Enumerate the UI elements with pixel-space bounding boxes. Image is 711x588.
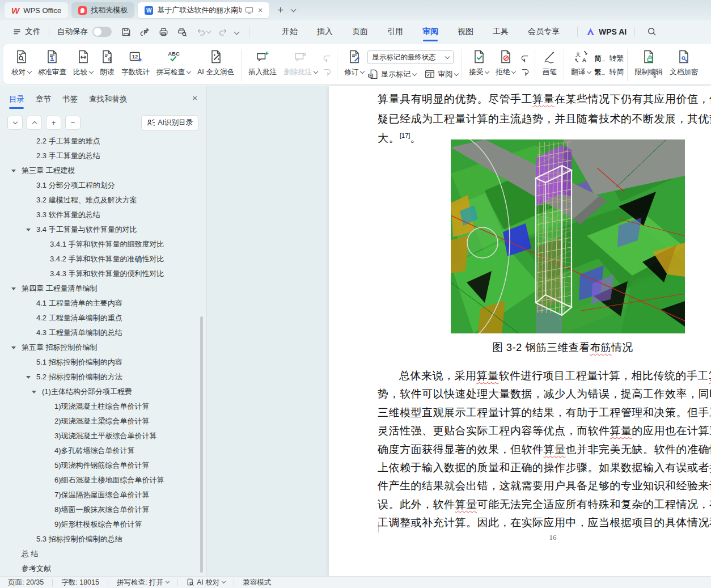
toc-zoom-out-button[interactable]: − bbox=[65, 116, 81, 130]
document-page[interactable]: 16 算量具有明显的优势。尽管手工算量在某些情况下仍有其应用价值，但软件算量无疑… bbox=[329, 86, 711, 576]
toc-expand-arrow-icon[interactable] bbox=[26, 376, 31, 379]
menu-tab-会员专享[interactable]: 会员专享 bbox=[518, 20, 569, 43]
export-pdf-button[interactable]: P bbox=[139, 27, 150, 37]
doc-paragraph-line[interactable]: 疑已经成为工程量计算的主流趋势，并且随着技术的不断发展，其优势将进一步扩 bbox=[378, 112, 711, 126]
previous-change-icon[interactable] bbox=[520, 54, 530, 62]
toc-item[interactable]: 3.4 手工算量与软件算量的对比 bbox=[0, 222, 202, 237]
to-traditional-button[interactable]: 简→ 转繁 bbox=[594, 53, 624, 64]
dialog-launcher-icon[interactable] bbox=[651, 70, 657, 81]
to-simplified-button[interactable]: 繁→ 转简 bbox=[594, 67, 624, 77]
menu-tab-视图[interactable]: 视图 bbox=[448, 20, 483, 43]
close-tab-icon[interactable]: × bbox=[258, 6, 263, 15]
print-preview-button[interactable] bbox=[177, 27, 188, 37]
doc-paragraph-line[interactable]: 确度方面获得显著的效果，但软件算量也并非完美无缺。软件的准确性在很大程度 bbox=[378, 442, 711, 457]
status-word-count[interactable]: 字数: 18015 bbox=[61, 578, 99, 587]
toc-item[interactable]: 2.2 手工算量的难点 bbox=[0, 135, 202, 149]
toc-item[interactable]: 3.3 软件算量的总结 bbox=[0, 208, 202, 222]
toc-item[interactable]: 4.2 工程量清单编制的重点 bbox=[0, 311, 202, 325]
toc-item[interactable]: 4)多孔砖墙综合单价计算 bbox=[0, 443, 202, 458]
toc-expand-arrow-icon[interactable] bbox=[26, 229, 31, 231]
toc-item[interactable]: 5)现浇构件钢筋综合单价计算 bbox=[0, 458, 202, 473]
doc-paragraph-line[interactable]: 三维模型直观展示工程量计算的结果，有助于工程管理和决策。但手工算量也有着 bbox=[378, 405, 711, 420]
toc-item[interactable]: 8)墙面一般抹灰综合单价计算 bbox=[0, 502, 202, 517]
status-ai-proofread[interactable]: AI 校对 bbox=[187, 578, 225, 587]
toc-zoom-in-button[interactable]: + bbox=[46, 116, 61, 130]
wps-ai-button[interactable]: WPS AI bbox=[586, 27, 627, 37]
toc-item[interactable]: 2.3 手工算量的总结 bbox=[0, 149, 202, 163]
file-menu-button[interactable]: 文件 bbox=[12, 27, 41, 37]
toc-panel-tab-书签[interactable]: 书签 bbox=[62, 91, 78, 109]
ink-brush-button[interactable]: 画笔 bbox=[539, 48, 560, 79]
search-button[interactable] bbox=[647, 27, 657, 37]
menu-tab-页面[interactable]: 页面 bbox=[342, 20, 378, 43]
toc-item[interactable]: 3.4.2 手算和软件算量的准确性对比 bbox=[0, 252, 202, 266]
toc-item[interactable]: 第三章 工程建模 bbox=[0, 163, 202, 178]
new-tab-icon[interactable]: + bbox=[277, 4, 283, 16]
status-page-indicator[interactable]: 页面: 20/35 bbox=[8, 578, 44, 587]
doc-paragraph-line[interactable]: 上依赖于输入数据的质量和正确的操作步骤。如果数据输入有误或者操作不当，软 bbox=[378, 460, 711, 475]
ai-recognize-toc-button[interactable]: AI识别目录 bbox=[141, 115, 198, 130]
toc-expand-arrow-icon[interactable] bbox=[11, 346, 16, 349]
toc-scrollbar[interactable] bbox=[200, 316, 203, 573]
track-changes-button[interactable]: 修订 bbox=[341, 48, 367, 79]
proofread-button[interactable]: 校对 bbox=[8, 48, 35, 79]
compare-button[interactable]: 比较 bbox=[70, 48, 96, 79]
tab-wps-home[interactable]: W WPS Office bbox=[5, 2, 68, 18]
doc-paragraph-line[interactable]: 大。[17]。 bbox=[378, 131, 421, 146]
toc-panel-tab-章节[interactable]: 章节 bbox=[36, 91, 51, 109]
toc-collapse-all-button[interactable] bbox=[27, 116, 42, 130]
menu-tab-开始[interactable]: 开始 bbox=[272, 20, 307, 43]
standard-review-button[interactable]: 标准审查 bbox=[35, 48, 70, 79]
screen-share-icon[interactable] bbox=[245, 7, 253, 14]
tab-docer-templates[interactable]: 找稻壳模板 bbox=[71, 2, 134, 18]
toc-item[interactable]: 3)现浇混凝土平板综合单价计算 bbox=[0, 429, 202, 443]
next-change-icon[interactable] bbox=[520, 68, 530, 76]
menu-tab-审阅[interactable]: 审阅 bbox=[413, 20, 448, 43]
read-aloud-button[interactable]: 朗读 bbox=[96, 48, 118, 79]
toc-item[interactable]: 5.1 招标控制价编制的内容 bbox=[0, 355, 202, 370]
insert-comment-button[interactable]: 插入批注 bbox=[245, 48, 280, 79]
doc-paragraph-line[interactable]: 算量具有明显的优势。尽管手工算量在某些情况下仍有其应用价值，但软件算量无 bbox=[378, 92, 711, 107]
toc-expand-arrow-icon[interactable] bbox=[32, 391, 36, 394]
toc-item[interactable]: 3.1 分部分项工程的划分 bbox=[0, 178, 202, 193]
toc-expand-all-button[interactable] bbox=[7, 116, 23, 130]
toc-item[interactable]: 总 结 bbox=[0, 547, 202, 561]
close-panel-icon[interactable]: × bbox=[192, 93, 197, 103]
toc-item[interactable]: 参考文献 bbox=[0, 561, 202, 576]
figure-3d-rebar-view[interactable] bbox=[451, 139, 685, 333]
toc-item[interactable]: 9)矩形柱模板综合单价计算 bbox=[0, 517, 202, 532]
show-markup-button[interactable]: 显示标记 bbox=[367, 69, 416, 80]
toc-panel-tab-查找和替换[interactable]: 查找和替换 bbox=[89, 91, 128, 109]
restrict-editing-button[interactable]: 限制编辑 bbox=[631, 48, 666, 79]
toc-item[interactable]: 1)现浇混凝土柱综合单价计算 bbox=[0, 399, 202, 414]
translate-button[interactable]: 文A 翻译 bbox=[568, 48, 594, 79]
toolbar-options-chevron-icon[interactable] bbox=[234, 29, 240, 35]
doc-paragraph-line[interactable]: 势，软件可以快速处理大量数据，减少人为错误，提高工作效率，同时还能够通过 bbox=[378, 387, 711, 401]
toc-item[interactable]: 3.4.3 手算和软件算量的便利性对比 bbox=[0, 266, 202, 281]
doc-paragraph-line[interactable]: 灵活性强、更贴合实际工程内容等优点，而软件算量的应用也在计算速度和计算准 bbox=[378, 424, 711, 438]
doc-paragraph-line[interactable]: 总体来说，采用算量软件进行项目工程量计算，相比传统的手工算量更具有优 bbox=[378, 369, 711, 383]
doc-paragraph-line[interactable]: 工调整或补充计算。因此，在实际应用中，应当根据项目的具体情况和特点，合理 bbox=[378, 515, 711, 530]
toc-item[interactable]: 3.2 建模过程、难点及解决方案 bbox=[0, 193, 202, 208]
doc-paragraph-line[interactable]: 误。此外，软件算量可能无法完全适应所有特殊和复杂的工程情况，有时仍需要手 bbox=[378, 497, 711, 512]
spell-check-button[interactable]: ABC 拼写检查 bbox=[153, 48, 194, 79]
autosave-toggle[interactable] bbox=[92, 27, 112, 37]
status-compat-mode[interactable]: 兼容模式 bbox=[243, 578, 271, 587]
menu-tab-工具[interactable]: 工具 bbox=[483, 20, 518, 43]
menu-tab-插入[interactable]: 插入 bbox=[307, 20, 342, 43]
toc-item[interactable]: 4.3 工程量清单编制的总结 bbox=[0, 325, 202, 340]
toc-item[interactable]: 2)现浇混凝土梁综合单价计算 bbox=[0, 414, 202, 429]
tab-list-chevron-icon[interactable] bbox=[291, 7, 297, 12]
menu-tab-引用[interactable]: 引用 bbox=[378, 20, 413, 43]
tab-active-document[interactable]: W 基于广联达软件的丽水南城五 × bbox=[138, 2, 269, 18]
doc-paragraph-line[interactable]: 件产生的结果就会出错，这就需要用户具备足够的专业知识和经验来识别和纠正错 bbox=[378, 479, 711, 493]
toc-expand-arrow-icon[interactable] bbox=[11, 170, 16, 172]
save-button[interactable] bbox=[121, 27, 132, 37]
toc-item[interactable]: 6)细石混凝土楼地面综合单价计算 bbox=[0, 473, 202, 488]
toc-item[interactable]: 7)保温隔热屋面综合单价计算 bbox=[0, 488, 202, 502]
toc-item[interactable]: 第四章 工程量清单编制 bbox=[0, 281, 202, 296]
toc-item[interactable]: 5.2 招标控制价编制的方法 bbox=[0, 370, 202, 384]
figure-caption[interactable]: 图 3-2 钢筋三维查看布筋情况 bbox=[492, 340, 633, 354]
review-pane-button[interactable]: 审阅 bbox=[424, 69, 458, 80]
toc-item[interactable]: 第五章 招标控制价编制 bbox=[0, 340, 202, 355]
